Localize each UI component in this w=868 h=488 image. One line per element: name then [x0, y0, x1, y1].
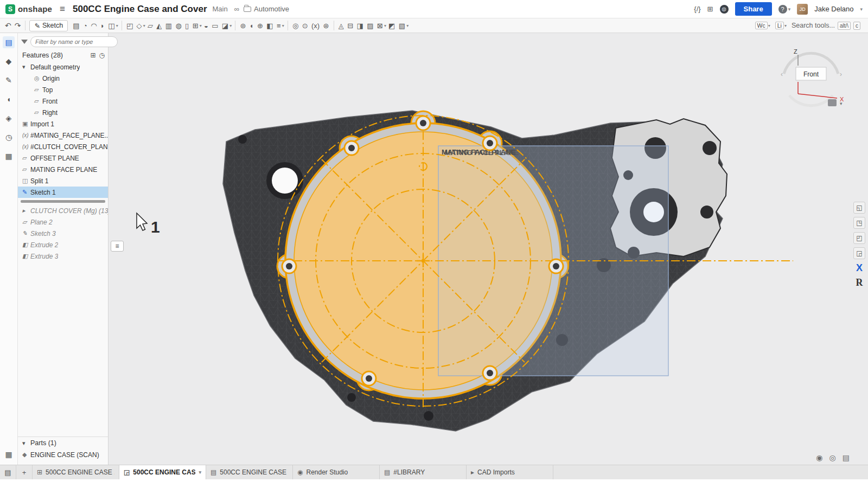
link-icon[interactable]: ∞	[234, 5, 239, 13]
tree-item-right-plane[interactable]: ▱ Right	[18, 107, 108, 118]
appearance-icon[interactable]: ✎	[3, 74, 15, 86]
tab-500cc-engine-case-3[interactable]: ▤ 500CC ENGINE CASE ...	[206, 465, 293, 479]
workspace-context-dropdown[interactable]: Wc ▾	[755, 22, 771, 29]
chevron-down-icon[interactable]: ▾	[406, 23, 409, 28]
search-tools[interactable]: Search tools... alt/\ c	[792, 22, 860, 30]
view-tool-icon[interactable]: ◲	[853, 247, 865, 259]
tree-item-clutch-cover-folder[interactable]: ▸ CLUTCH COVER (Mg) (13)	[18, 205, 108, 216]
add-tab-button[interactable]: +	[16, 465, 33, 479]
redo-icon[interactable]: ↷	[13, 21, 23, 30]
tree-item-default-geometry[interactable]: ▾ Default geometry	[18, 61, 108, 73]
history-icon[interactable]: ◷	[3, 131, 15, 143]
tree-item-extrude-2[interactable]: ◧ Extrude 2	[18, 239, 108, 251]
camera-icon[interactable]: ◉	[816, 453, 822, 462]
tree-item-offset-plane[interactable]: ▱ OFFSET PLANE	[18, 152, 108, 164]
cad-tool-icon[interactable]: ◭	[155, 21, 163, 30]
globe-icon[interactable]: ◍	[720, 5, 729, 14]
chevron-down-icon[interactable]: ▾	[22, 63, 30, 70]
cad-tool-icon[interactable]: ◨	[355, 21, 365, 30]
visibility-icon[interactable]: ◎	[829, 453, 836, 462]
cad-tool-icon[interactable]: ⊕	[256, 21, 265, 30]
part-item-engine-case-scan[interactable]: ◆ ENGINE CASE (SCAN)	[18, 449, 108, 460]
cad-tool-icon[interactable]: ◪	[220, 21, 231, 30]
chevron-down-icon[interactable]: ▾	[200, 23, 202, 28]
cad-tool-icon[interactable]: ⊟	[346, 21, 355, 30]
cad-tool-icon[interactable]: ⊚	[238, 21, 247, 30]
insert-feature-icon[interactable]: ⊞	[90, 52, 95, 59]
cad-tool-icon[interactable]: ⊙	[301, 21, 310, 30]
avatar[interactable]: JD	[797, 4, 808, 15]
variable-studio-icon[interactable]: (x)	[310, 21, 322, 30]
onshape-logo-icon[interactable]: S	[5, 4, 15, 14]
branch-label[interactable]: Main	[213, 5, 228, 13]
tree-item-sketch-1[interactable]: ✎ Sketch 1	[18, 187, 108, 198]
view-tool-icon[interactable]: ◰	[853, 232, 865, 244]
cad-tool-icon[interactable]: ⊞	[190, 21, 200, 30]
xometry-app-icon[interactable]: X	[856, 262, 863, 274]
comment-icon[interactable]: ◖	[3, 93, 15, 105]
chevron-down-icon[interactable]: ▾	[116, 23, 118, 28]
help-menu[interactable]: ? ▾	[778, 5, 791, 14]
cad-tool-icon[interactable]: ▨	[365, 21, 375, 30]
project-name[interactable]: Automotive	[254, 5, 289, 13]
chevron-down-icon[interactable]: ▾	[384, 23, 386, 28]
cad-tool-icon[interactable]: ◒	[202, 21, 210, 30]
chevron-down-icon[interactable]: ▾	[199, 470, 201, 475]
help-icon[interactable]: ?	[778, 5, 787, 14]
tree-item-mating-face-plane[interactable]: ▱ MATING FACE PLANE	[18, 164, 108, 175]
tree-item-mating-face-plane-var[interactable]: (x) #MATING_FACE_PLANE...	[18, 130, 108, 141]
feature-script-icon[interactable]: {/}	[694, 5, 700, 13]
onshape-wordmark[interactable]: onshape	[18, 4, 52, 14]
cad-tool-icon[interactable]: ◬	[337, 21, 346, 30]
3d-viewport[interactable]: MATING FACE PLANE MATING FACE PLANE	[108, 33, 868, 465]
chevron-down-icon[interactable]: ▾	[282, 23, 284, 28]
chevron-down-icon[interactable]: ▾	[143, 23, 145, 28]
rollback-bar[interactable]	[21, 200, 105, 203]
cad-tool-icon[interactable]: ▭	[210, 21, 220, 30]
chevron-down-icon[interactable]: ▾	[22, 440, 30, 447]
cad-tool-icon[interactable]: ◍	[174, 21, 183, 30]
tab-cad-imports[interactable]: ▸ CAD Imports	[467, 465, 553, 479]
rollback-history-icon[interactable]: ◷	[99, 52, 105, 59]
parts-header[interactable]: ▾ Parts (1)	[18, 437, 108, 449]
tree-item-split-1[interactable]: ◫ Split 1	[18, 175, 108, 187]
cad-tool-icon[interactable]: ◖	[248, 21, 256, 30]
sketch-button[interactable]: ✎ Sketch	[29, 20, 68, 31]
cad-tool-icon[interactable]: ◰	[125, 21, 135, 30]
user-name[interactable]: Jake Delano	[814, 5, 853, 13]
main-menu-icon[interactable]: ≡	[60, 4, 65, 15]
tree-item-top-plane[interactable]: ▱ Top	[18, 84, 108, 95]
cad-tool-icon[interactable]: ⊠	[375, 21, 385, 30]
viewport-canvas[interactable]: MATING FACE PLANE MATING FACE PLANE	[108, 33, 868, 465]
tree-item-import-1[interactable]: ▣ Import 1	[18, 118, 108, 130]
cad-tool-icon[interactable]: ◇	[135, 21, 143, 30]
chevron-down-icon[interactable]: ▾	[229, 23, 232, 28]
tab-render-studio[interactable]: ◉ Render Studio	[293, 465, 380, 479]
cad-tool-icon[interactable]: ◫	[106, 21, 117, 30]
cad-tool-icon[interactable]: ▤	[71, 21, 81, 30]
view-tool-icon[interactable]: ◳	[853, 217, 865, 229]
cad-tool-icon[interactable]: ▥	[164, 21, 174, 30]
tree-item-origin[interactable]: ◎ Origin	[18, 73, 108, 84]
view-tool-icon[interactable]: ◱	[853, 202, 865, 214]
undo-icon[interactable]: ↶	[3, 21, 13, 30]
tab-500cc-engine-case-2-active[interactable]: ◲ 500CC ENGINE CASE ... ▾	[119, 465, 206, 479]
view-cube-front-face[interactable]: Front	[803, 70, 819, 78]
cad-tool-icon[interactable]: ▱	[146, 21, 155, 30]
tab-manager-icon[interactable]: ▤	[0, 465, 16, 479]
license-dropdown[interactable]: Li ▾	[775, 22, 787, 29]
render-app-icon[interactable]: R	[856, 277, 863, 288]
tree-item-sketch-3[interactable]: ✎ Sketch 3	[18, 228, 108, 239]
cad-tool-icon[interactable]: ◔	[81, 21, 89, 30]
versions-icon[interactable]: ◈	[3, 112, 15, 124]
tree-item-plane-2[interactable]: ▱ Plane 2	[18, 216, 108, 228]
app-store-icon[interactable]: ⊞	[707, 5, 713, 13]
tree-item-front-plane[interactable]: ▱ Front	[18, 95, 108, 107]
tree-item-clutch-cover-plane-var[interactable]: (x) #CLUTCH_COVER_PLAN...	[18, 141, 108, 152]
tab-500cc-engine-case-1[interactable]: ⊞ 500CC ENGINE CASE ...	[33, 465, 119, 479]
transform-icon[interactable]: ◆	[3, 55, 15, 67]
print-icon[interactable]: ▤	[843, 453, 850, 462]
chevron-down-icon[interactable]: ▾	[860, 7, 863, 12]
rotate-left-icon[interactable]: ‹	[781, 70, 783, 78]
image-capture-icon[interactable]: ▦	[3, 448, 15, 460]
